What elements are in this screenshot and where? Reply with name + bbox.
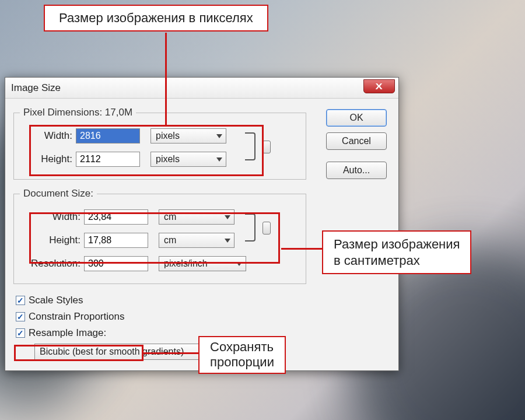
callout-cm-size: Размер изображения в сантиметрах: [322, 230, 471, 274]
dialog-buttons: OK Cancel Auto...: [326, 109, 387, 179]
annotation-line: [281, 248, 322, 250]
scale-styles-row[interactable]: ✓ Scale Styles: [16, 292, 390, 309]
pixel-dimensions-legend: Pixel Dimensions: 17,0M: [20, 107, 136, 118]
check-icon: ✓: [17, 313, 24, 321]
annotation-box-pixels: [29, 125, 264, 176]
resample-image-checkbox[interactable]: ✓: [16, 328, 25, 338]
constrain-proportions-label: Constrain Proportions: [29, 311, 124, 323]
resample-image-label: Resample Image:: [29, 327, 106, 339]
check-icon: ✓: [17, 329, 24, 337]
callout-constrain: Сохранять пропорции: [198, 336, 286, 374]
dialog-title: Image Size: [11, 82, 61, 94]
annotation-line: [144, 352, 198, 354]
close-button[interactable]: X: [363, 79, 395, 93]
check-icon: ✓: [17, 296, 24, 304]
ok-button[interactable]: OK: [326, 109, 387, 127]
callout-text: в сантиметрах: [334, 253, 460, 269]
annotation-box-constrain: [14, 345, 144, 361]
callout-text: пропорции: [210, 355, 274, 370]
constrain-proportions-row[interactable]: ✓ Constrain Proportions: [16, 309, 390, 325]
dialog-titlebar[interactable]: Image Size X: [5, 78, 398, 99]
close-icon: X: [376, 82, 383, 91]
constrain-proportions-checkbox[interactable]: ✓: [16, 312, 25, 321]
cancel-button[interactable]: Cancel: [326, 132, 387, 150]
chain-icon[interactable]: [262, 141, 271, 153]
document-size-legend: Document Size:: [20, 188, 97, 200]
scale-styles-label: Scale Styles: [29, 295, 83, 306]
auto-button[interactable]: Auto...: [326, 162, 387, 179]
annotation-box-cm: [29, 212, 280, 264]
callout-pixel-size: Размер изображения в пикселях: [44, 5, 268, 32]
callout-text: Размер изображения: [334, 236, 460, 253]
scale-styles-checkbox[interactable]: ✓: [16, 296, 25, 305]
callout-text: Размер изображения в пикселях: [59, 10, 253, 25]
annotation-line: [165, 33, 167, 125]
callout-text: Сохранять: [210, 340, 274, 355]
